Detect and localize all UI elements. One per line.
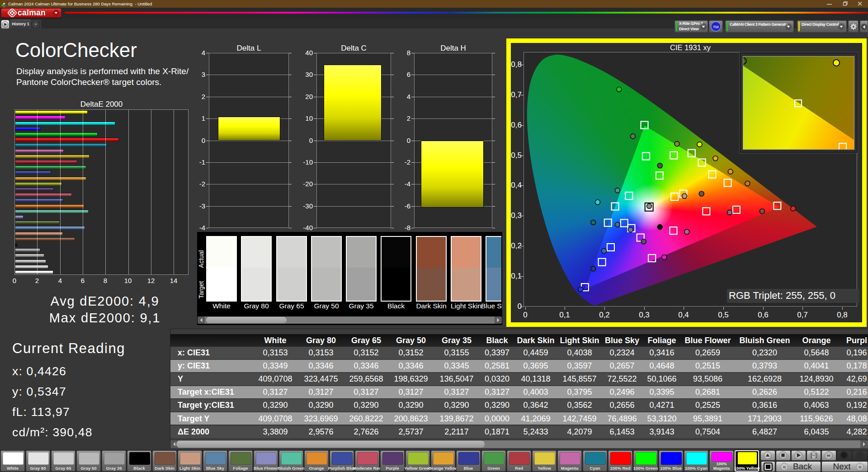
svg-text:↻: ↻	[842, 453, 846, 458]
svg-text:∞: ∞	[827, 453, 830, 458]
svg-text:712: 712	[713, 25, 719, 29]
svg-text:«: «	[783, 463, 786, 470]
svg-text:[··]: [··]	[811, 453, 816, 458]
svg-text:calman: calman	[18, 9, 46, 17]
svg-text:Actual: Actual	[198, 250, 205, 268]
svg-text:Next: Next	[833, 462, 851, 471]
svg-text:Back: Back	[793, 462, 812, 471]
svg-text:Target: Target	[198, 281, 205, 298]
svg-text:»: »	[858, 463, 861, 470]
